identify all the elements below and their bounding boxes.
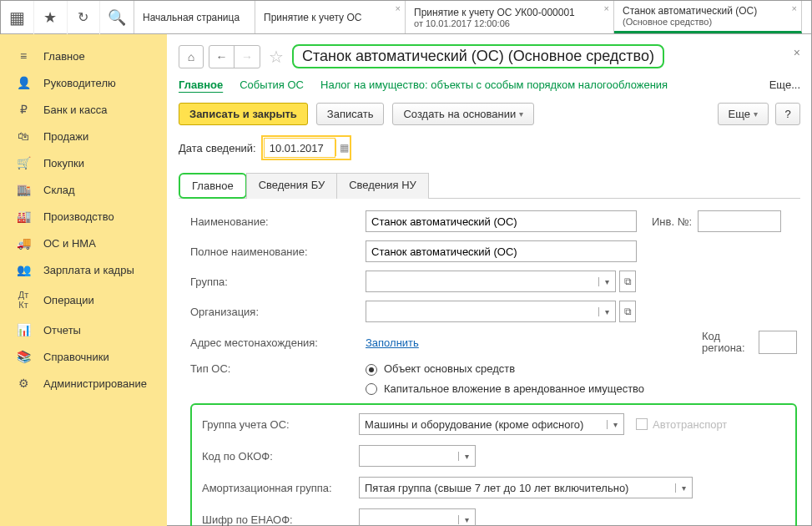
open-org-button[interactable]: ⧉ — [619, 301, 636, 322]
list-icon: ≡ — [15, 49, 32, 63]
okof-label: Код по ОКОФ: — [202, 450, 359, 463]
tab-nu[interactable]: Сведения НУ — [336, 173, 429, 199]
tab-start-page[interactable]: Начальная страница — [134, 1, 255, 33]
acct-group-label: Группа учета ОС: — [202, 418, 359, 431]
close-icon[interactable]: × — [792, 3, 797, 13]
sidebar-item-sales[interactable]: 🛍Продажи — [0, 123, 167, 149]
acct-group-select[interactable]: Машины и оборудование (кроме офисного)▾ — [359, 413, 624, 435]
home-button[interactable]: ⌂ — [179, 45, 204, 68]
amort-select[interactable]: Пятая группа (свыше 7 лет до 10 лет вклю… — [359, 477, 693, 498]
nav-more[interactable]: Еще... — [769, 78, 800, 91]
region-code-input[interactable] — [759, 331, 797, 354]
page-title: Станок автоматический (ОС) (Основное сре… — [292, 44, 664, 68]
sidebar-item-label: Руководителю — [43, 77, 116, 89]
help-button[interactable]: ? — [775, 103, 800, 125]
row-name: Наименование: Инв. №: — [190, 210, 797, 232]
row-acct-group: Группа учета ОС: Машины и оборудование (… — [202, 413, 785, 435]
open-group-button[interactable]: ⧉ — [619, 271, 636, 292]
sidebar-item-label: Отчеты — [43, 324, 81, 336]
sidebar: ≡Главное 👤Руководителю ₽Банк и касса 🛍Пр… — [0, 34, 167, 526]
org-select[interactable]: ▾ — [366, 301, 616, 322]
close-icon[interactable]: × — [396, 3, 401, 13]
fullname-label: Полное наименование: — [190, 245, 366, 258]
tab-asset-card[interactable]: Станок автоматический (ОС) (Основное сре… — [614, 1, 802, 33]
chevron-down-icon: ▾ — [458, 515, 475, 524]
tab-label: Начальная страница — [143, 12, 246, 23]
sidebar-item-main[interactable]: ≡Главное — [0, 43, 167, 69]
search-icon[interactable]: 🔍 — [100, 1, 134, 34]
row-address: Адрес местонахождения: Заполнить Код рег… — [190, 331, 797, 354]
tab-accept-os-doc[interactable]: Принятие к учету ОС УК00-000001 от 10.01… — [406, 1, 614, 33]
sidebar-item-admin[interactable]: ⚙Администрирование — [0, 370, 167, 397]
tab-accept-os[interactable]: Принятие к учету ОС × — [255, 1, 406, 33]
top-bar: ▦ ★ ↻ 🔍 Начальная страница Принятие к уч… — [1, 1, 811, 34]
name-label: Наименование: — [190, 215, 366, 228]
row-type: Тип ОС: Объект основных средств Капиталь… — [190, 362, 797, 395]
sidebar-item-manager[interactable]: 👤Руководителю — [0, 69, 167, 96]
calendar-icon[interactable]: ▦ — [335, 139, 349, 156]
back-button[interactable]: ← — [209, 46, 235, 68]
sidebar-item-catalogs[interactable]: 📚Справочники — [0, 343, 167, 370]
apps-grid-icon[interactable]: ▦ — [1, 1, 34, 34]
sidebar-item-bank[interactable]: ₽Банк и касса — [0, 96, 167, 123]
row-fullname: Полное наименование: — [190, 240, 797, 262]
close-icon[interactable]: × — [604, 3, 609, 13]
save-button[interactable]: Записать — [316, 103, 385, 125]
autotransport-checkbox[interactable] — [636, 418, 648, 430]
favorite-icon[interactable]: ☆ — [269, 47, 284, 67]
tab-sublabel: от 10.01.2017 12:00:06 — [414, 18, 605, 28]
sidebar-item-production[interactable]: 🏭Производство — [0, 203, 167, 230]
sidebar-item-label: Банк и касса — [43, 104, 108, 116]
enaof-label: Шифр по ЕНАОФ: — [202, 513, 359, 526]
sidebar-item-label: Продажи — [43, 130, 88, 143]
person-icon: 👤 — [15, 76, 32, 89]
sidebar-item-assets[interactable]: 🚚ОС и НМА — [0, 230, 167, 256]
date-input[interactable]: 10.01.2017 — [264, 138, 335, 158]
tab-bu[interactable]: Сведения БУ — [246, 173, 338, 199]
inv-number-input[interactable] — [698, 210, 781, 232]
factory-icon: 🏭 — [15, 210, 32, 223]
fill-address-link[interactable]: Заполнить — [366, 336, 419, 349]
close-page-button[interactable]: × — [794, 46, 800, 59]
forward-button[interactable]: → — [235, 46, 260, 68]
button-label: Создать на основании — [403, 108, 516, 120]
radio-asset-object[interactable]: Объект основных средств — [366, 362, 644, 376]
cart-icon: 🛒 — [15, 156, 32, 169]
sidebar-item-salary[interactable]: 👥Зарплата и кадры — [0, 256, 167, 283]
sidebar-item-warehouse[interactable]: 🏬Склад — [0, 176, 167, 203]
row-org: Организация: ▾ ⧉ — [190, 301, 797, 322]
nav-main[interactable]: Главное — [179, 78, 223, 91]
people-icon: 👥 — [15, 263, 32, 276]
create-based-on-button[interactable]: Создать на основании▾ — [392, 103, 534, 125]
tab-label: Принятие к учету ОС — [264, 12, 396, 23]
address-label: Адрес местонахождения: — [190, 336, 366, 349]
type-label: Тип ОС: — [190, 362, 366, 375]
radio-capital-investment[interactable]: Капитальное вложение в арендованное имущ… — [366, 382, 644, 396]
okof-select[interactable]: ▾ — [359, 445, 476, 467]
top-bar-left: ▦ ★ ↻ 🔍 — [1, 1, 134, 33]
sidebar-item-purchases[interactable]: 🛒Покупки — [0, 149, 167, 176]
sidebar-item-reports[interactable]: 📊Отчеты — [0, 316, 167, 343]
chevron-down-icon: ▾ — [607, 420, 623, 429]
inv-number-label: Инв. №: — [652, 215, 698, 228]
save-and-close-button[interactable]: Записать и закрыть — [179, 103, 308, 125]
radio-icon — [366, 364, 377, 376]
favorite-star-icon[interactable]: ★ — [34, 1, 68, 34]
history-icon[interactable]: ↻ — [68, 1, 101, 34]
tab-main[interactable]: Главное — [179, 173, 247, 199]
name-input[interactable] — [366, 210, 637, 232]
accounting-group-box: Группа учета ОС: Машины и оборудование (… — [190, 403, 797, 526]
sidebar-item-operations[interactable]: ДтКтОперации — [0, 283, 167, 316]
nav-events[interactable]: События ОС — [240, 78, 304, 91]
main-area: ⌂ ← → ☆ Станок автоматический (ОС) (Осно… — [167, 34, 812, 526]
tab-label: Станок автоматический (ОС) — [623, 5, 793, 17]
more-actions-button[interactable]: Еще▾ — [718, 103, 769, 125]
autotransport-label: Автотранспорт — [653, 418, 727, 431]
nav-property-tax[interactable]: Налог на имущество: объекты с особым пор… — [320, 78, 668, 91]
row-okof: Код по ОКОФ: ▾ — [202, 445, 785, 467]
fullname-input[interactable] — [366, 240, 637, 262]
chevron-down-icon: ▾ — [675, 483, 692, 493]
group-select[interactable]: ▾ — [366, 271, 616, 292]
sidebar-item-label: Зарплата и кадры — [43, 264, 134, 276]
enaof-select[interactable]: ▾ — [359, 508, 476, 526]
